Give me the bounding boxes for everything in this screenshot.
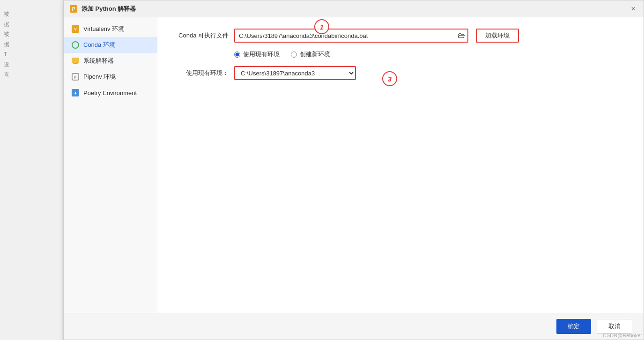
svg-rect-3 xyxy=(73,63,78,64)
background-text: 被据被据T设言 xyxy=(0,0,63,89)
svg-text:P: P xyxy=(72,7,75,12)
sidebar-item-pipenv[interactable]: P Pipenv 环境 xyxy=(64,69,157,85)
existing-env-row: 使用现有环境： C:\Users\31897\anaconda3 xyxy=(172,66,629,80)
sidebar-label-poetry: Poetry Environment xyxy=(83,89,137,96)
conda-exe-label: Conda 可执行文件 xyxy=(172,31,229,40)
create-new-radio[interactable] xyxy=(291,52,297,58)
existing-env-label: 使用现有环境： xyxy=(172,69,229,77)
sidebar-label-pipenv: Pipenv 环境 xyxy=(83,73,116,81)
watermark: CSDN@Reboker xyxy=(603,333,642,338)
svg-rect-2 xyxy=(72,58,79,63)
sidebar: V Virtualenv 环境 Conda 环境 系统解释器 xyxy=(64,17,157,313)
sidebar-label-conda: Conda 环境 xyxy=(83,41,115,49)
svg-text:P: P xyxy=(74,75,76,80)
dialog-title-icon: P xyxy=(69,5,78,13)
sidebar-item-conda[interactable]: Conda 环境 xyxy=(64,37,157,53)
pipenv-icon: P xyxy=(71,73,80,81)
conda-exe-input-wrapper: 🗁 xyxy=(234,29,468,43)
main-content: Conda 可执行文件 🗁 加载环境 使用现有环境 创建新环境 xyxy=(157,17,644,313)
sidebar-item-virtualenv[interactable]: V Virtualenv 环境 xyxy=(64,21,157,37)
create-new-radio-label[interactable]: 创建新环境 xyxy=(291,50,330,59)
sidebar-item-system[interactable]: 系统解释器 xyxy=(64,53,157,69)
existing-env-select[interactable]: C:\Users\31897\anaconda3 xyxy=(234,66,356,80)
conda-exe-row: Conda 可执行文件 🗁 加载环境 xyxy=(172,29,629,43)
virtualenv-icon: V xyxy=(71,25,80,33)
confirm-button[interactable]: 确定 xyxy=(556,319,591,334)
sidebar-item-poetry[interactable]: ♦ Poetry Environment xyxy=(64,85,157,101)
create-new-label: 创建新环境 xyxy=(300,50,330,59)
dialog-title: 添加 Python 解释器 xyxy=(81,5,629,13)
use-existing-radio[interactable] xyxy=(234,52,240,58)
dialog-footer: 确定 取消 xyxy=(64,313,644,340)
poetry-icon: ♦ xyxy=(71,89,80,97)
add-interpreter-dialog: P 添加 Python 解释器 × V Virtualenv 环境 Conda … xyxy=(63,0,644,340)
dialog-titlebar: P 添加 Python 解释器 × xyxy=(64,0,644,17)
system-icon xyxy=(71,57,80,65)
conda-exe-folder-button[interactable]: 🗁 xyxy=(454,29,468,43)
sidebar-label-system: 系统解释器 xyxy=(83,57,114,65)
radio-row: 使用现有环境 创建新环境 xyxy=(234,50,629,59)
conda-icon xyxy=(71,41,80,49)
dialog-body: V Virtualenv 环境 Conda 环境 系统解释器 xyxy=(64,17,644,313)
conda-exe-input[interactable] xyxy=(234,29,468,43)
load-env-button[interactable]: 加载环境 xyxy=(476,29,519,43)
svg-text:♦: ♦ xyxy=(74,90,76,96)
use-existing-label: 使用现有环境 xyxy=(243,50,280,59)
sidebar-label-virtualenv: Virtualenv 环境 xyxy=(83,25,124,33)
use-existing-radio-label[interactable]: 使用现有环境 xyxy=(234,50,280,59)
close-button[interactable]: × xyxy=(629,4,638,14)
cancel-button[interactable]: 取消 xyxy=(597,319,632,334)
